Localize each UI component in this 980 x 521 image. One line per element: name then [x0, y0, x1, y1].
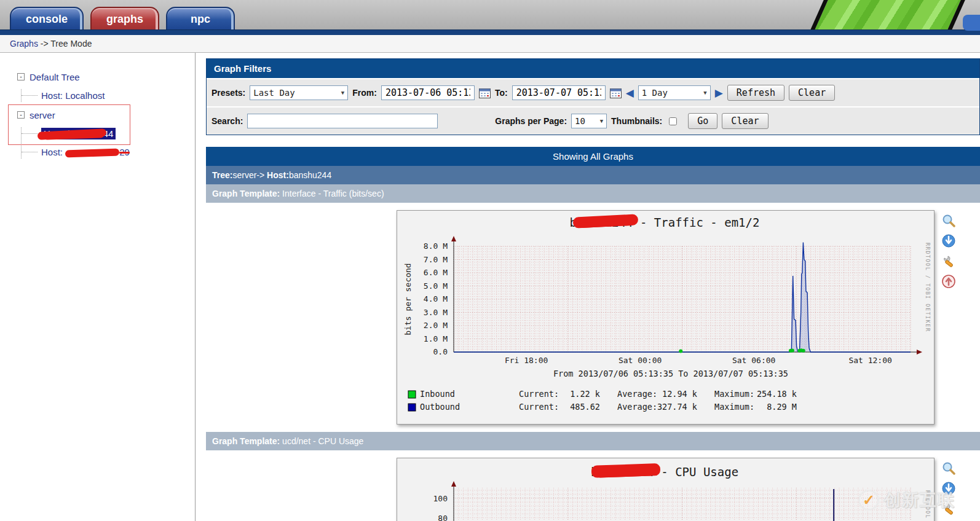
- shift-forward-icon[interactable]: ▶: [715, 88, 723, 98]
- tree-path-bar: Tree:server-> Host:banshu244: [206, 166, 980, 184]
- tree-link-host-banshu244-selected[interactable]: Host: banshu244: [41, 128, 116, 139]
- tab-npc[interactable]: npc: [166, 7, 235, 29]
- svg-text:327.74 k: 327.74 k: [657, 402, 697, 412]
- graph-action-icons: [942, 458, 955, 515]
- redaction-scribble: [65, 148, 119, 157]
- chevron-down-icon: ▼: [600, 118, 603, 124]
- svg-text:1.0 M: 1.0 M: [424, 334, 448, 343]
- calendar-icon[interactable]: [610, 88, 622, 98]
- svg-text:Sat 06:00: Sat 06:00: [732, 356, 775, 365]
- tree-node-default-tree: - Default Tree: [17, 70, 195, 84]
- tree-link-host-localhost[interactable]: Host: Localhost: [41, 90, 105, 101]
- shift-back-icon[interactable]: ◀: [626, 88, 634, 98]
- breadcrumb: Graphs -> Tree Mode: [0, 35, 980, 53]
- svg-text:Maximum:: Maximum:: [714, 389, 754, 399]
- tree-collapse-icon[interactable]: -: [17, 73, 25, 80]
- zoom-graph-icon[interactable]: [942, 461, 955, 475]
- presets-select[interactable]: Last Day▼: [250, 85, 348, 100]
- go-button[interactable]: Go: [688, 113, 717, 129]
- csv-export-icon[interactable]: [942, 482, 955, 495]
- tree-children: Host: banshu244 Host: 29: [21, 127, 195, 159]
- svg-text:80: 80: [438, 514, 448, 521]
- thumbnails-label: Thumbnails:: [611, 116, 662, 126]
- filters-row-search: Search: Graphs per Page: 10▼ Thumbnails:…: [207, 106, 979, 135]
- svg-text:8.0 M: 8.0 M: [424, 241, 448, 251]
- clear-search-button[interactable]: Clear: [722, 113, 768, 129]
- cpu-graph-image[interactable]: banshu244 - CPU Usage10080RRDTOOL: [397, 458, 935, 521]
- zoom-graph-icon[interactable]: [942, 214, 955, 227]
- top-bar: console graphs npc: [0, 0, 980, 29]
- page-top-icon[interactable]: [942, 275, 955, 288]
- calendar-icon[interactable]: [479, 88, 491, 98]
- tree-children: Host: Localhost: [21, 89, 195, 102]
- tree-leaf-host2: Host: 29: [22, 146, 195, 159]
- main-content: Graph Filters Presets: Last Day▼ From: T…: [196, 53, 980, 521]
- graph-source-wrench-icon[interactable]: [942, 502, 955, 515]
- header-divider: [0, 29, 980, 35]
- refresh-button[interactable]: Refresh: [727, 85, 784, 101]
- svg-text:1.22 k: 1.22 k: [570, 389, 600, 399]
- clear-button[interactable]: Clear: [789, 85, 835, 101]
- svg-text:Current:: Current:: [519, 402, 559, 412]
- search-label: Search:: [211, 116, 243, 126]
- tree-link-default-tree[interactable]: Default Tree: [30, 72, 80, 82]
- tree-node-server: - server: [17, 108, 195, 122]
- svg-text:RRDTOOL / TOBI OETIKER: RRDTOOL / TOBI OETIKER: [925, 243, 931, 332]
- svg-text:Average:: Average:: [617, 389, 657, 399]
- tree-link-host2[interactable]: Host: 29: [41, 147, 130, 157]
- breadcrumb-rest: -> Tree Mode: [38, 39, 92, 49]
- svg-text:6.0 M: 6.0 M: [424, 268, 448, 277]
- tab-console[interactable]: console: [10, 7, 84, 29]
- filters-row-presets: Presets: Last Day▼ From: To: ◀ 1 Day▼ ▶ …: [207, 78, 979, 106]
- from-date-input[interactable]: [381, 85, 475, 100]
- svg-text:100: 100: [433, 494, 448, 503]
- chevron-down-icon: ▼: [703, 90, 706, 96]
- svg-text:Sat 12:00: Sat 12:00: [848, 356, 891, 365]
- timespan-select[interactable]: 1 Day▼: [638, 85, 711, 100]
- svg-text:254.18 k: 254.18 k: [757, 389, 797, 399]
- graph-template-bar-2: Graph Template: ucd/net - CPU Usage: [206, 432, 980, 450]
- search-input[interactable]: [247, 114, 438, 128]
- breadcrumb-graphs-link[interactable]: Graphs: [10, 39, 38, 49]
- main-tabs: console graphs npc: [10, 7, 235, 29]
- svg-text:4.0 M: 4.0 M: [424, 294, 448, 304]
- svg-text:Maximum:: Maximum:: [714, 402, 754, 412]
- chevron-down-icon: ▼: [341, 90, 344, 96]
- per-page-select[interactable]: 10▼: [571, 114, 607, 128]
- graphs-per-page-label: Graphs per Page:: [495, 116, 567, 126]
- svg-text:Fri 18:00: Fri 18:00: [505, 356, 548, 365]
- logo-corner-shape: [963, 15, 980, 31]
- svg-text:Current:: Current:: [519, 389, 559, 399]
- tree-leaf-banshu244: Host: banshu244: [22, 127, 195, 140]
- to-label: To:: [495, 88, 508, 98]
- to-date-input[interactable]: [512, 85, 606, 100]
- svg-text:Average:: Average:: [617, 402, 657, 412]
- tab-graphs[interactable]: graphs: [90, 7, 159, 29]
- graph-action-icons: [942, 210, 955, 288]
- svg-text:RRDTOOL: RRDTOOL: [925, 490, 931, 519]
- svg-text:2.0 M: 2.0 M: [424, 321, 448, 330]
- svg-text:12.94 k: 12.94 k: [662, 389, 697, 399]
- graph-row-cpu: banshu244 - CPU Usage10080RRDTOOL: [206, 450, 980, 521]
- svg-text:3.0 M: 3.0 M: [424, 308, 448, 317]
- csv-export-icon[interactable]: [942, 234, 955, 248]
- graph-tree-panel: - Default Tree Host: Localhost - server …: [0, 53, 196, 521]
- tree-link-server[interactable]: server: [30, 110, 55, 120]
- svg-text:485.62: 485.62: [570, 402, 600, 412]
- svg-text:From 2013/07/06 05:13:35 To 20: From 2013/07/06 05:13:35 To 2013/07/07 0…: [553, 369, 788, 378]
- graph-filters-header: Graph Filters: [207, 59, 979, 78]
- presets-label: Presets:: [211, 88, 245, 98]
- svg-text:5.0 M: 5.0 M: [424, 281, 448, 291]
- svg-text:8.29 M: 8.29 M: [767, 402, 797, 412]
- svg-text:Outbound: Outbound: [420, 402, 460, 412]
- graph-template-bar-1: Graph Template: Interface - Traffic (bit…: [206, 184, 980, 203]
- graph-source-wrench-icon[interactable]: [942, 254, 955, 268]
- svg-text:Inbound: Inbound: [420, 389, 455, 399]
- tree-collapse-icon[interactable]: -: [17, 111, 25, 119]
- cacti-leaf-logo: [810, 0, 966, 29]
- traffic-graph-image[interactable]: banshu244 - Traffic - em1/28.0 M7.0 M6.0…: [397, 210, 935, 425]
- thumbnails-checkbox[interactable]: [669, 117, 677, 125]
- svg-text:bits per second: bits per second: [403, 263, 413, 335]
- svg-text:Sat 00:00: Sat 00:00: [618, 356, 662, 365]
- showing-all-graphs-bar: Showing All Graphs: [206, 147, 980, 166]
